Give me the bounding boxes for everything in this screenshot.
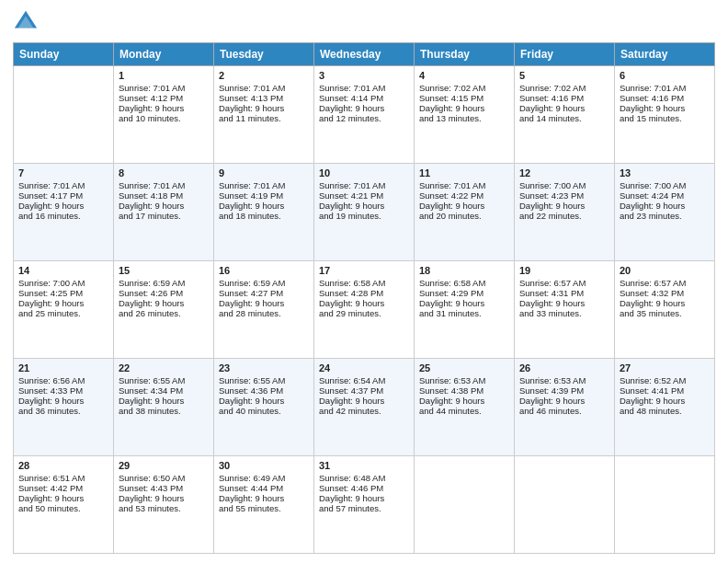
cell-week2-day4: 11Sunrise: 7:01 AMSunset: 4:22 PMDayligh… bbox=[415, 164, 515, 261]
day-info-line: and 55 minutes. bbox=[219, 503, 309, 513]
day-info-line: Daylight: 9 hours bbox=[419, 396, 509, 406]
day-info-line: Daylight: 9 hours bbox=[419, 103, 509, 113]
day-number: 29 bbox=[119, 460, 209, 471]
day-info-line: Sunset: 4:13 PM bbox=[219, 93, 309, 103]
day-info-line: Sunset: 4:32 PM bbox=[620, 288, 710, 298]
day-info-line: Daylight: 9 hours bbox=[219, 396, 309, 406]
day-info-line: Sunset: 4:36 PM bbox=[219, 385, 309, 396]
day-info-line: Sunrise: 7:00 AM bbox=[519, 180, 609, 190]
day-info-line: Daylight: 9 hours bbox=[519, 396, 609, 406]
day-number: 13 bbox=[620, 167, 710, 178]
day-info-line: Sunrise: 6:57 AM bbox=[519, 278, 609, 288]
day-info-line: Sunrise: 7:01 AM bbox=[219, 180, 309, 190]
cell-week4-day3: 24Sunrise: 6:54 AMSunset: 4:37 PMDayligh… bbox=[314, 359, 415, 456]
col-header-tuesday: Tuesday bbox=[214, 43, 314, 66]
day-info-line: Sunset: 4:44 PM bbox=[219, 483, 309, 493]
day-number: 25 bbox=[419, 362, 509, 373]
day-info-line: Daylight: 9 hours bbox=[119, 201, 209, 211]
cell-week1-day1: 1Sunrise: 7:01 AMSunset: 4:12 PMDaylight… bbox=[114, 66, 214, 164]
cell-week5-day3: 31Sunrise: 6:48 AMSunset: 4:46 PMDayligh… bbox=[314, 456, 415, 554]
cell-week3-day5: 19Sunrise: 6:57 AMSunset: 4:31 PMDayligh… bbox=[515, 261, 615, 359]
day-info-line: Daylight: 9 hours bbox=[119, 396, 209, 406]
day-info-line: Sunset: 4:24 PM bbox=[620, 190, 710, 201]
day-info-line: Daylight: 9 hours bbox=[219, 201, 309, 211]
cell-week4-day1: 22Sunrise: 6:55 AMSunset: 4:34 PMDayligh… bbox=[114, 359, 214, 456]
cell-week5-day5 bbox=[515, 456, 615, 554]
day-info-line: Sunrise: 7:01 AM bbox=[319, 180, 409, 190]
cell-week3-day1: 15Sunrise: 6:59 AMSunset: 4:26 PMDayligh… bbox=[114, 261, 214, 359]
col-header-sunday: Sunday bbox=[14, 43, 114, 66]
day-info-line: Sunset: 4:15 PM bbox=[419, 93, 509, 103]
day-info-line: Sunrise: 6:58 AM bbox=[319, 278, 409, 288]
day-info-line: Sunset: 4:18 PM bbox=[119, 190, 209, 201]
day-number: 7 bbox=[18, 167, 108, 178]
calendar-body: 1Sunrise: 7:01 AMSunset: 4:12 PMDaylight… bbox=[14, 66, 715, 554]
day-info-line: Sunset: 4:39 PM bbox=[519, 385, 609, 396]
cell-week1-day3: 3Sunrise: 7:01 AMSunset: 4:14 PMDaylight… bbox=[314, 66, 415, 164]
col-header-friday: Friday bbox=[515, 43, 615, 66]
day-number: 10 bbox=[319, 167, 409, 178]
day-info-line: Sunrise: 6:57 AM bbox=[620, 278, 710, 288]
day-info-line: Daylight: 9 hours bbox=[620, 201, 710, 211]
day-info-line: Daylight: 9 hours bbox=[319, 493, 409, 503]
day-info-line: and 16 minutes. bbox=[18, 211, 108, 221]
day-info-line: Sunrise: 6:56 AM bbox=[18, 375, 108, 385]
day-info-line: Sunrise: 7:01 AM bbox=[419, 180, 509, 190]
logo-icon bbox=[13, 9, 39, 35]
day-number: 14 bbox=[18, 265, 108, 276]
header-row: SundayMondayTuesdayWednesdayThursdayFrid… bbox=[14, 43, 715, 66]
day-info-line: and 40 minutes. bbox=[219, 406, 309, 416]
day-number: 8 bbox=[119, 167, 209, 178]
day-info-line: Sunset: 4:37 PM bbox=[319, 385, 409, 396]
day-info-line: Daylight: 9 hours bbox=[620, 396, 710, 406]
day-info-line: Daylight: 9 hours bbox=[18, 298, 108, 308]
cell-week3-day3: 17Sunrise: 6:58 AMSunset: 4:28 PMDayligh… bbox=[314, 261, 415, 359]
cell-week5-day4 bbox=[415, 456, 515, 554]
week-row-5: 28Sunrise: 6:51 AMSunset: 4:42 PMDayligh… bbox=[14, 456, 715, 554]
day-info-line: Sunrise: 6:54 AM bbox=[319, 375, 409, 385]
day-info-line: Sunset: 4:14 PM bbox=[319, 93, 409, 103]
day-info-line: Sunset: 4:38 PM bbox=[419, 385, 509, 396]
day-info-line: Sunset: 4:25 PM bbox=[18, 288, 108, 298]
day-info-line: and 28 minutes. bbox=[219, 308, 309, 318]
day-number: 20 bbox=[620, 265, 710, 276]
day-number: 3 bbox=[319, 70, 409, 81]
logo bbox=[13, 9, 42, 35]
day-number: 19 bbox=[519, 265, 609, 276]
day-info-line: Sunset: 4:12 PM bbox=[119, 93, 209, 103]
week-row-4: 21Sunrise: 6:56 AMSunset: 4:33 PMDayligh… bbox=[14, 359, 715, 456]
cell-week1-day0 bbox=[14, 66, 114, 164]
day-number: 28 bbox=[18, 460, 108, 471]
day-info-line: Daylight: 9 hours bbox=[119, 103, 209, 113]
day-info-line: and 13 minutes. bbox=[419, 113, 509, 123]
day-info-line: Sunrise: 7:02 AM bbox=[519, 83, 609, 93]
day-info-line: Daylight: 9 hours bbox=[519, 103, 609, 113]
day-number: 15 bbox=[119, 265, 209, 276]
day-info-line: and 26 minutes. bbox=[119, 308, 209, 318]
day-info-line: and 31 minutes. bbox=[419, 308, 509, 318]
day-info-line: and 35 minutes. bbox=[620, 308, 710, 318]
day-info-line: Daylight: 9 hours bbox=[319, 103, 409, 113]
day-number: 31 bbox=[319, 460, 409, 471]
cell-week5-day0: 28Sunrise: 6:51 AMSunset: 4:42 PMDayligh… bbox=[14, 456, 114, 554]
cell-week3-day6: 20Sunrise: 6:57 AMSunset: 4:32 PMDayligh… bbox=[615, 261, 715, 359]
day-info-line: Sunset: 4:23 PM bbox=[519, 190, 609, 201]
day-number: 12 bbox=[519, 167, 609, 178]
day-info-line: Sunset: 4:17 PM bbox=[18, 190, 108, 201]
day-info-line: Daylight: 9 hours bbox=[319, 201, 409, 211]
col-header-monday: Monday bbox=[114, 43, 214, 66]
day-info-line: Sunrise: 7:01 AM bbox=[18, 180, 108, 190]
cell-week5-day2: 30Sunrise: 6:49 AMSunset: 4:44 PMDayligh… bbox=[214, 456, 314, 554]
day-info-line: Sunset: 4:41 PM bbox=[620, 385, 710, 396]
day-info-line: and 10 minutes. bbox=[119, 113, 209, 123]
day-number: 4 bbox=[419, 70, 509, 81]
day-info-line: Sunset: 4:31 PM bbox=[519, 288, 609, 298]
day-info-line: and 44 minutes. bbox=[419, 406, 509, 416]
cell-week2-day3: 10Sunrise: 7:01 AMSunset: 4:21 PMDayligh… bbox=[314, 164, 415, 261]
day-info-line: Sunrise: 7:01 AM bbox=[119, 83, 209, 93]
day-info-line: and 12 minutes. bbox=[319, 113, 409, 123]
day-info-line: Daylight: 9 hours bbox=[18, 493, 108, 503]
day-info-line: Sunset: 4:19 PM bbox=[219, 190, 309, 201]
day-number: 26 bbox=[519, 362, 609, 373]
cell-week3-day2: 16Sunrise: 6:59 AMSunset: 4:27 PMDayligh… bbox=[214, 261, 314, 359]
